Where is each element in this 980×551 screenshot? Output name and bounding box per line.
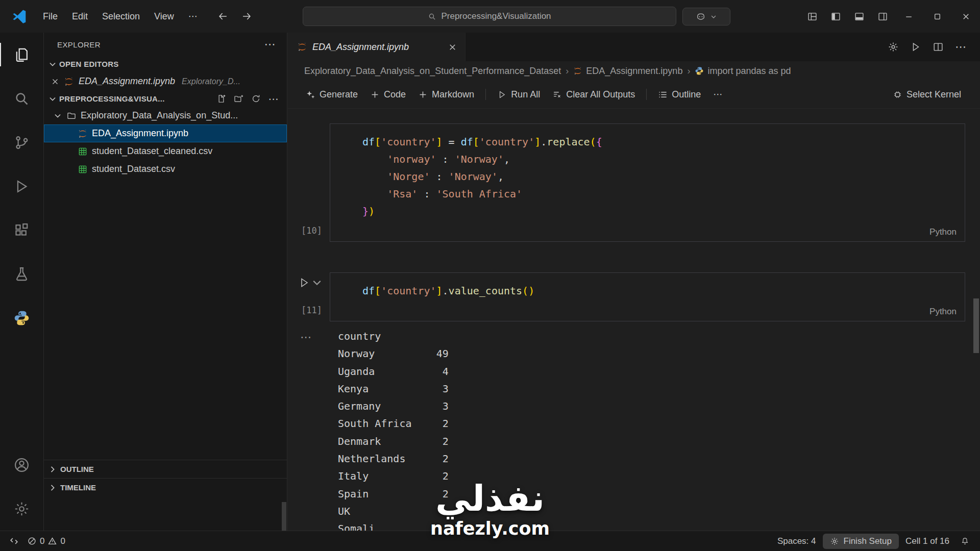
folder-row[interactable]: Exploratory_Data_Analysis_on_Stud... [44, 107, 287, 124]
execution-count: [10] [301, 226, 322, 236]
split-editor-button[interactable] [927, 37, 949, 57]
code-line: }) [362, 203, 954, 220]
generate-label: Generate [320, 89, 358, 100]
breadcrumb-separator: › [687, 66, 690, 77]
cell-language-picker[interactable]: Python [929, 307, 957, 317]
new-file-icon[interactable] [216, 94, 226, 104]
command-center-search[interactable]: Preprocessing&Visualization [303, 7, 676, 26]
editor-more-actions[interactable]: ⋯ [949, 37, 972, 57]
activity-python[interactable] [0, 296, 43, 340]
menu-edit[interactable]: Edit [65, 8, 95, 25]
explorer-more-actions[interactable]: ⋯ [264, 39, 276, 50]
menu-more[interactable]: ⋯ [181, 8, 205, 25]
cell-indicator[interactable]: Cell 1 of 16 [901, 536, 954, 546]
editor-actions: ⋯ [882, 33, 980, 61]
spaces-label: Spaces: 4 [777, 536, 816, 546]
breadcrumb-label: import pandas as pd [707, 66, 791, 77]
toggle-secondary-sidebar-button[interactable] [871, 6, 894, 27]
maximize-icon [933, 12, 942, 21]
close-tab-icon[interactable] [448, 43, 457, 52]
gear-icon [830, 537, 839, 546]
file-EDA_Assignment.ipynb[interactable]: EDA_Assignment.ipynb [44, 124, 287, 142]
menu-file[interactable]: File [36, 8, 65, 25]
breadcrumb-label: Exploratory_Data_Analysis_on_Student_Per… [304, 66, 561, 77]
titlebar-right [800, 0, 980, 33]
activity-testing[interactable] [0, 252, 43, 296]
close-window-button[interactable] [951, 0, 980, 33]
settings-icon [13, 500, 30, 517]
cell-editor[interactable]: df['country'].value_counts()Python [330, 272, 965, 321]
run-cell-button[interactable] [298, 277, 323, 289]
menu-view[interactable]: View [147, 8, 181, 25]
statusbar-right: Spaces: 4 Finish Setup Cell 1 of 16 [773, 534, 980, 549]
clear-all-outputs-button[interactable]: Clear All Outputs [547, 86, 641, 103]
remote-indicator[interactable] [5, 537, 23, 545]
menu-selection[interactable]: Selection [95, 8, 147, 25]
breadcrumb-item[interactable]: Exploratory_Data_Analysis_on_Student_Per… [304, 66, 561, 77]
indentation-indicator[interactable]: Spaces: 4 [773, 536, 821, 546]
breadcrumb-item[interactable]: import pandas as pd [695, 66, 791, 77]
activity-source-control[interactable] [0, 120, 43, 164]
breadcrumb-item[interactable]: EDA_Assignment.ipynb [573, 66, 682, 77]
warning-count: 0 [60, 536, 65, 546]
activity-run-debug[interactable] [0, 164, 43, 208]
copilot-button[interactable] [682, 8, 730, 26]
activity-explorer[interactable] [0, 33, 43, 77]
copilot-icon [696, 12, 706, 22]
outline-label: Outline [672, 89, 701, 100]
refresh-icon[interactable] [251, 94, 261, 104]
section-timeline[interactable]: TIMELINE [44, 478, 287, 496]
menu-bar: FileEditSelectionView [36, 8, 181, 25]
tab-eda-assignment[interactable]: EDA_Assignment.ipynb [288, 33, 465, 61]
output-gutter: ⋯ [288, 328, 330, 531]
maximize-button[interactable] [923, 0, 951, 33]
output-more-actions[interactable]: ⋯ [300, 332, 312, 343]
run-button[interactable] [904, 37, 927, 57]
toggle-sidebar-button[interactable] [824, 6, 847, 27]
ipynb-file-icon [297, 42, 307, 52]
cell-language-picker[interactable]: Python [929, 227, 957, 237]
sidebar-scrollbar[interactable] [282, 502, 286, 531]
file-student_Dataset.csv[interactable]: student_Dataset.csv [44, 160, 287, 178]
finish-setup-label: Finish Setup [844, 536, 892, 546]
chevron-down-icon [311, 277, 323, 289]
open-editor-entry[interactable]: EDA_Assignment.ipynb Exploratory_D... [44, 72, 287, 91]
problems-indicator[interactable]: 0 0 [23, 536, 70, 546]
activity-extensions[interactable] [0, 208, 43, 252]
go-back-button[interactable] [213, 7, 233, 26]
explorer-sidebar: EXPLORER ⋯ OPEN EDITORS EDA_Assignment.i… [44, 33, 287, 531]
activity-settings[interactable] [0, 487, 43, 531]
section-outline[interactable]: OUTLINE [44, 460, 287, 478]
list-icon [658, 90, 668, 99]
outline-button[interactable]: Outline [652, 86, 706, 103]
chevron-down-icon [53, 111, 62, 120]
select-kernel-button[interactable]: Select Kernel [887, 86, 967, 103]
notebook-settings-button[interactable] [882, 37, 904, 57]
file-name: EDA_Assignment.ipynb [92, 128, 188, 139]
minimize-button[interactable] [894, 0, 923, 33]
new-folder-icon[interactable] [234, 94, 243, 104]
open-editors-header[interactable]: OPEN EDITORS [44, 56, 287, 72]
finish-setup-button[interactable]: Finish Setup [823, 534, 899, 549]
add-code-cell-button[interactable]: Code [364, 86, 411, 103]
code-line: 'Norge' : 'Norway', [362, 168, 954, 185]
file-student_Dataset_cleaned.csv[interactable]: student_Dataset_cleaned.csv [44, 142, 287, 160]
workspace-label: PREPROCESSING&VISUA... [59, 94, 165, 103]
run-all-button[interactable]: Run All [492, 86, 546, 103]
customize-layout-button[interactable] [800, 6, 824, 27]
cell-editor[interactable]: df['country'] = df['country'].replace({ … [330, 123, 965, 242]
breadcrumb-separator: › [566, 66, 569, 77]
activity-search[interactable] [0, 77, 43, 120]
close-editor-icon[interactable] [51, 78, 59, 86]
add-markdown-cell-button[interactable]: Markdown [412, 86, 480, 103]
go-forward-button[interactable] [236, 7, 257, 26]
workspace-header[interactable]: PREPROCESSING&VISUA... ⋯ [44, 91, 287, 107]
toggle-panel-button[interactable] [847, 6, 871, 27]
editor-scrollbar[interactable] [973, 298, 979, 353]
toolbar-more-button[interactable]: ⋯ [707, 86, 728, 103]
workspace-more-icon[interactable]: ⋯ [268, 94, 279, 104]
generate-button[interactable]: Generate [300, 86, 363, 103]
play-icon [497, 90, 507, 99]
activity-account[interactable] [0, 443, 43, 487]
notifications-button[interactable] [956, 537, 974, 545]
